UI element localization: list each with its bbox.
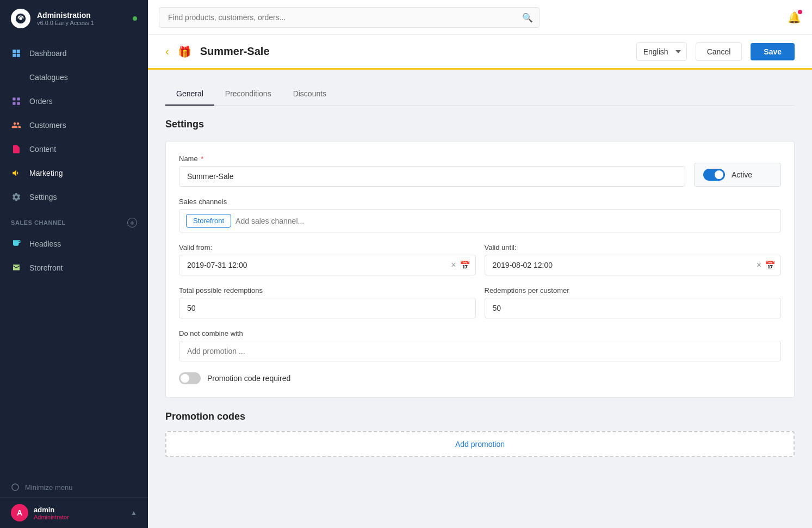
tab-discounts[interactable]: Discounts (282, 83, 337, 106)
svg-rect-4 (13, 102, 15, 105)
tabs: General Preconditions Discounts (165, 83, 795, 106)
total-redemptions-input[interactable] (179, 298, 476, 318)
sidebar-item-storefront[interactable]: Storefront (0, 256, 148, 280)
promotion-codes-title: Promotion codes (165, 411, 795, 422)
minimize-menu-label: Minimize menu (25, 483, 72, 492)
search-icon: 🔍 (522, 12, 533, 22)
minimize-menu-button[interactable]: Minimize menu (0, 477, 148, 497)
settings-icon (11, 192, 22, 202)
add-sales-channel-button[interactable]: + (127, 218, 137, 228)
promo-code-row: Promotion code required (179, 372, 781, 384)
total-redemptions-group: Total possible redemptions (179, 286, 476, 318)
dashboard-icon (11, 48, 22, 59)
valid-from-clear-icon[interactable]: × (451, 260, 456, 270)
user-info: admin Administrator (34, 506, 69, 520)
sidebar-item-label: Catalogues (29, 73, 68, 82)
sidebar-item-dashboard[interactable]: Dashboard (0, 41, 148, 65)
sidebar-item-label: Storefront (29, 263, 63, 272)
language-select[interactable]: English German French Spanish (636, 42, 687, 61)
sidebar-item-label: Orders (29, 97, 53, 106)
sidebar-item-marketing[interactable]: Marketing (0, 161, 148, 185)
svg-rect-2 (13, 97, 15, 100)
sales-channels-group: Sales channels Storefront (179, 198, 781, 232)
notification-badge (798, 10, 802, 14)
cancel-button[interactable]: Cancel (696, 42, 742, 61)
valid-until-input[interactable] (485, 255, 782, 275)
sales-channels-label: Sales channels (179, 198, 781, 206)
topbar-right: 🔔 (788, 11, 801, 24)
valid-until-calendar-icon[interactable]: 📅 (765, 260, 776, 271)
app-version: v6.0.0 Early Access 1 (37, 20, 94, 26)
notification-bell[interactable]: 🔔 (788, 11, 801, 24)
valid-until-group: Valid until: × 📅 (485, 243, 782, 275)
tab-preconditions[interactable]: Preconditions (214, 83, 282, 106)
sidebar-item-headless[interactable]: Headless (0, 232, 148, 256)
valid-until-label: Valid until: (485, 243, 782, 251)
search-box: 🔍 (159, 7, 540, 28)
catalogues-icon (11, 72, 22, 83)
sales-channel-section: Sales channel + (0, 209, 148, 232)
valid-until-wrapper: × 📅 (485, 255, 782, 275)
storefront-channel-tag[interactable]: Storefront (186, 214, 231, 228)
promotion-codes-section: Promotion codes Add promotion (165, 411, 795, 457)
search-input[interactable] (159, 7, 540, 28)
per-customer-redemptions-group: Redemptions per customer (485, 286, 782, 318)
sidebar: Administration v6.0.0 Early Access 1 Das… (0, 0, 148, 528)
sidebar-item-catalogues[interactable]: Catalogues (0, 65, 148, 89)
user-footer: A admin Administrator ▲ (0, 497, 148, 528)
promo-code-label: Promotion code required (207, 374, 290, 383)
valid-from-label: Valid from: (179, 243, 476, 251)
per-customer-label: Redemptions per customer (485, 286, 782, 294)
add-promotion-button[interactable]: Add promotion (165, 431, 795, 457)
promotion-icon: 🎁 (178, 45, 191, 58)
name-row: Name * Active (179, 155, 781, 187)
customers-icon (11, 120, 22, 131)
app-name: Administration (37, 11, 94, 20)
active-toggle-wrapper: Active (694, 163, 781, 187)
sidebar-item-orders[interactable]: Orders (0, 89, 148, 113)
svg-rect-5 (17, 102, 20, 105)
add-sales-channel-input[interactable] (235, 214, 774, 228)
do-not-combine-label: Do not combine with (179, 329, 781, 337)
name-group: Name * (179, 155, 685, 187)
active-label: Active (732, 170, 752, 179)
sales-channels-container[interactable]: Storefront (179, 209, 781, 232)
per-customer-input[interactable] (485, 298, 782, 318)
back-button[interactable]: ‹ (165, 45, 169, 58)
valid-from-input[interactable] (179, 255, 476, 275)
main-area: 🔍 🔔 ‹ 🎁 Summer-Sale English German Frenc… (148, 0, 812, 528)
orders-icon (11, 96, 22, 107)
storefront-icon (11, 262, 22, 273)
active-toggle[interactable] (703, 169, 725, 181)
content-area: General Preconditions Discounts Settings… (148, 70, 812, 528)
sidebar-item-settings[interactable]: Settings (0, 185, 148, 209)
topbar: 🔍 🔔 (148, 0, 812, 35)
sidebar-item-label: Dashboard (29, 49, 67, 58)
sidebar-header: Administration v6.0.0 Early Access 1 (0, 0, 148, 37)
valid-from-calendar-icon[interactable]: 📅 (460, 260, 470, 271)
page-title: Summer-Sale (200, 45, 628, 58)
user-name: admin (34, 506, 69, 514)
sidebar-item-label: Marketing (29, 169, 63, 177)
sidebar-item-label: Settings (29, 193, 57, 201)
required-star: * (199, 155, 204, 163)
name-input[interactable] (179, 166, 685, 187)
do-not-combine-group: Do not combine with (179, 329, 781, 361)
date-row: Valid from: × 📅 Valid until: × 📅 (179, 243, 781, 275)
sidebar-item-customers[interactable]: Customers (0, 113, 148, 137)
add-promotion-input[interactable] (179, 341, 781, 361)
user-chevron-icon[interactable]: ▲ (131, 509, 137, 517)
sidebar-item-content[interactable]: Content (0, 137, 148, 161)
valid-from-wrapper: × 📅 (179, 255, 476, 275)
valid-until-clear-icon[interactable]: × (757, 260, 761, 270)
total-redemptions-label: Total possible redemptions (179, 286, 476, 294)
sidebar-nav: Dashboard Catalogues Orders Customers Co… (0, 37, 148, 477)
user-role: Administrator (34, 514, 69, 520)
name-label: Name * (179, 155, 685, 163)
app-info: Administration v6.0.0 Early Access 1 (37, 11, 94, 27)
headless-icon (11, 238, 22, 249)
promo-code-toggle[interactable] (179, 372, 201, 384)
tab-general[interactable]: General (165, 83, 214, 106)
content-icon (11, 144, 22, 155)
save-button[interactable]: Save (751, 43, 795, 60)
